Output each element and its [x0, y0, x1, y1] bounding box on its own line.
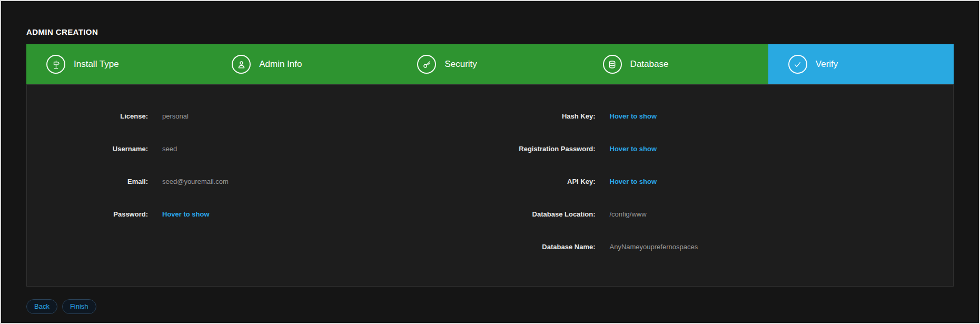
summary-row-database-name: Database Name: AnyNameyouprefernospaces	[490, 242, 954, 252]
summary-row-username: Username: seed	[27, 144, 490, 154]
person-icon	[232, 55, 251, 74]
step-database[interactable]: Database	[583, 44, 768, 84]
app-window: ADMIN CREATION Install Type Admin Info	[0, 0, 980, 324]
step-label: Install Type	[74, 59, 119, 70]
hover-to-show-value[interactable]: Hover to show	[596, 144, 657, 154]
field-label: Username:	[27, 144, 148, 154]
field-label: License:	[27, 111, 148, 121]
wizard-stepper: Install Type Admin Info Security	[26, 44, 954, 84]
field-label: Database Location:	[490, 209, 596, 219]
step-label: Admin Info	[259, 59, 302, 70]
field-label: Hash Key:	[490, 111, 596, 121]
step-install-type[interactable]: Install Type	[26, 44, 212, 84]
step-verify[interactable]: Verify	[768, 44, 954, 84]
hover-to-show-value[interactable]: Hover to show	[148, 209, 210, 219]
back-button[interactable]: Back	[26, 299, 57, 314]
summary-row-registration-password: Registration Password: Hover to show	[490, 144, 954, 154]
field-value: /config/www	[596, 209, 647, 219]
step-label: Verify	[816, 59, 838, 70]
summary-row-email: Email: seed@youremail.com	[27, 176, 490, 186]
page-title: ADMIN CREATION	[26, 27, 979, 36]
field-label: Database Name:	[490, 242, 596, 252]
check-icon	[788, 55, 807, 74]
hover-to-show-value[interactable]: Hover to show	[596, 111, 657, 121]
step-label: Security	[444, 59, 477, 70]
field-label: Email:	[27, 176, 148, 186]
field-label: API Key:	[490, 176, 596, 186]
field-label: Registration Password:	[490, 144, 596, 154]
summary-row-hash-key: Hash Key: Hover to show	[490, 111, 954, 121]
step-security[interactable]: Security	[397, 44, 582, 84]
signpost-icon	[46, 55, 65, 74]
summary-row-password: Password: Hover to show	[27, 209, 490, 219]
field-value: AnyNameyouprefernospaces	[596, 242, 698, 252]
finish-button[interactable]: Finish	[62, 299, 96, 314]
verify-summary-panel: License: personal Username: seed Email: …	[26, 84, 954, 287]
database-icon	[603, 55, 622, 74]
summary-row-api-key: API Key: Hover to show	[490, 176, 954, 186]
summary-row-license: License: personal	[27, 111, 490, 121]
field-value: seed	[148, 144, 177, 154]
hover-to-show-value[interactable]: Hover to show	[596, 176, 657, 186]
field-label: Password:	[27, 209, 148, 219]
step-label: Database	[630, 59, 669, 70]
field-value: personal	[148, 111, 189, 121]
wizard-footer: Back Finish	[26, 299, 979, 314]
summary-column-left: License: personal Username: seed Email: …	[27, 111, 490, 286]
summary-row-database-location: Database Location: /config/www	[490, 209, 954, 219]
field-value: seed@youremail.com	[148, 176, 229, 186]
key-icon	[417, 55, 436, 74]
summary-column-right: Hash Key: Hover to show Registration Pas…	[490, 111, 954, 286]
step-admin-info[interactable]: Admin Info	[212, 44, 397, 84]
